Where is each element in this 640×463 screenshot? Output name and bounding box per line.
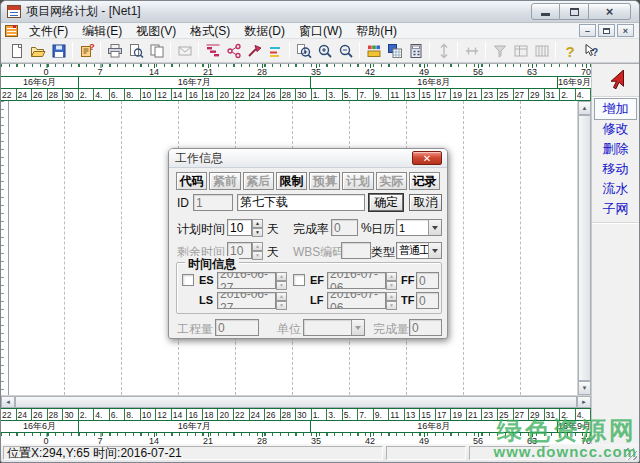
save-file-icon[interactable] xyxy=(48,41,69,61)
print-icon[interactable] xyxy=(104,41,125,61)
ef-checkbox[interactable] xyxy=(293,274,305,286)
maximize-button[interactable] xyxy=(560,3,589,20)
restore-icon xyxy=(603,28,610,34)
new-file-icon[interactable] xyxy=(6,41,27,61)
align-arrows-icon xyxy=(433,41,454,61)
open-file-icon[interactable] xyxy=(27,41,48,61)
unit-label: 单位 xyxy=(277,321,301,338)
menu-items: 文件(F)编辑(E)视图(V)格式(S)数据(D)窗口(W)帮助(H) xyxy=(22,23,404,38)
mdi-close-button[interactable]: × xyxy=(617,24,634,37)
lf-date-spinner: ▲▼ xyxy=(386,292,397,309)
network-node-icon[interactable] xyxy=(223,41,244,61)
wbs-field xyxy=(341,242,371,259)
horizontal-scrollbar[interactable]: ◄ ► xyxy=(1,395,591,408)
calendar-label: 日历 xyxy=(371,221,395,238)
cursor-arrow-icon[interactable] xyxy=(592,64,639,97)
scroll-down-button[interactable]: ▼ xyxy=(578,381,591,395)
network-dash-icon[interactable] xyxy=(265,41,286,61)
side-panel-button[interactable]: 子网 xyxy=(595,199,636,219)
ruler-day: 5. xyxy=(343,89,359,101)
resize-grip[interactable] xyxy=(625,448,637,460)
ruler-month: 16年9月 xyxy=(558,77,591,88)
print-preview-icon[interactable] xyxy=(125,41,146,61)
window-title: 项目网络计划 - [Net1] xyxy=(26,3,141,20)
es-checkbox[interactable] xyxy=(182,274,194,286)
ff-field: 0 xyxy=(416,272,439,289)
mdi-minimize-button[interactable]: – xyxy=(579,24,596,37)
type-select[interactable]: 普通工作 xyxy=(396,242,442,259)
work-info-dialog: 工作信息 ✕ 代码紧前紧后限制预算计划实际记录 ID 确定 取消 计划时间 ▲▼… xyxy=(168,148,448,339)
planned-time-field[interactable] xyxy=(227,219,252,236)
network-draw-icon[interactable] xyxy=(244,41,265,61)
close-button[interactable]: × xyxy=(589,3,631,20)
document-icon[interactable] xyxy=(5,25,18,37)
menu-item[interactable]: 视图(V) xyxy=(129,23,183,38)
dialog-tab: 实际 xyxy=(376,172,407,190)
ruler-day: 27 xyxy=(514,409,530,420)
network-gantt-icon[interactable] xyxy=(202,41,223,61)
quantity-label: 工程量 xyxy=(177,321,213,338)
save-view-icon[interactable] xyxy=(384,41,405,61)
format-colors-icon[interactable] xyxy=(363,41,384,61)
zoom-out-icon[interactable] xyxy=(335,41,356,61)
context-help-icon[interactable]: ? xyxy=(580,41,601,61)
help-icon[interactable]: ? xyxy=(559,41,580,61)
menu-item[interactable]: 帮助(H) xyxy=(349,23,404,38)
side-panel-button[interactable]: 增加 xyxy=(595,99,636,119)
planned-time-spinner[interactable]: ▲▼ xyxy=(252,219,263,236)
zoom-fit-icon[interactable] xyxy=(293,41,314,61)
ruler-day: 22 xyxy=(234,89,250,101)
menu-item[interactable]: 格式(S) xyxy=(183,23,237,38)
ef-date-field: 2016-07-06 xyxy=(327,272,386,289)
ruler-day: 6. xyxy=(110,89,126,101)
minimize-button[interactable] xyxy=(531,3,560,20)
wbs-label: WBS编码 xyxy=(293,244,344,261)
menu-item[interactable]: 编辑(E) xyxy=(75,23,129,38)
scroll-up-button[interactable]: ▲ xyxy=(578,101,591,115)
top-ruler: 07142128354249566370 16年6月16年7月16年8月16年9… xyxy=(1,64,591,101)
scroll-left-button[interactable]: ◄ xyxy=(1,396,15,408)
lf-label: LF xyxy=(310,294,323,306)
side-panel-button[interactable]: 删除 xyxy=(595,139,636,159)
side-panel-button[interactable]: 修改 xyxy=(595,119,636,139)
toolbar-separator xyxy=(170,42,171,59)
titlebar: 项目网络计划 - [Net1] × xyxy=(1,1,639,23)
chevron-down-icon[interactable] xyxy=(428,220,441,235)
menu-item[interactable]: 窗口(W) xyxy=(292,23,349,38)
dialog-tab[interactable]: 限制 xyxy=(276,172,307,190)
ruler-month: 16年7月 xyxy=(79,421,311,432)
ls-date-field: 2016-06-27 xyxy=(217,292,276,309)
ruler-month: 16年9月 xyxy=(558,421,591,432)
menu-item[interactable]: 数据(D) xyxy=(237,23,292,38)
calculator-icon[interactable] xyxy=(405,41,426,61)
ruler-day: 26 xyxy=(265,409,281,420)
task-name-field[interactable] xyxy=(237,194,365,211)
zoom-in-icon[interactable] xyxy=(314,41,335,61)
mdi-restore-button[interactable] xyxy=(598,24,615,37)
horizontal-scroll-thumb[interactable] xyxy=(15,396,577,408)
side-panel-button[interactable]: 流水 xyxy=(595,179,636,199)
properties-note-icon[interactable]: ? xyxy=(76,41,97,61)
side-panel-button[interactable]: 移动 xyxy=(595,159,636,179)
calendar-select[interactable]: 1 xyxy=(396,219,442,236)
vertical-scroll-thumb[interactable] xyxy=(578,115,591,381)
ruler-day: 14 xyxy=(172,89,188,101)
menu-item[interactable]: 文件(F) xyxy=(22,23,75,38)
toolbar-separator xyxy=(289,42,290,59)
dialog-close-button[interactable]: ✕ xyxy=(412,151,442,165)
ruler-day: 2. xyxy=(560,89,576,101)
cancel-button[interactable]: 取消 xyxy=(409,194,442,211)
dialog-tabs: 代码紧前紧后限制预算计划实际记录 xyxy=(176,172,440,190)
scroll-right-button[interactable]: ► xyxy=(577,396,591,408)
copy-icon[interactable] xyxy=(146,41,167,61)
statusbar: 位置X:294,Y:65 时间:2016-07-21 xyxy=(1,444,639,462)
maximize-icon xyxy=(570,8,579,16)
ruler-day: 24 xyxy=(17,409,33,420)
dialog-tab[interactable]: 记录 xyxy=(409,172,440,190)
ok-button[interactable]: 确定 xyxy=(369,194,403,211)
ruler-day: 29 xyxy=(529,409,545,420)
vertical-scrollbar[interactable]: ▲ ▼ xyxy=(577,101,591,395)
dialog-tab[interactable]: 代码 xyxy=(176,172,207,190)
chevron-down-icon[interactable] xyxy=(428,243,441,258)
dialog-title: 工作信息 xyxy=(175,150,223,167)
